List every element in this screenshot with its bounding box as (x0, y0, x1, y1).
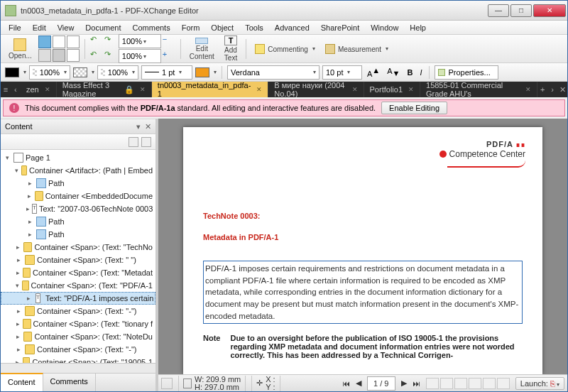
disclosure-icon[interactable]: ▸ (15, 269, 21, 276)
disclosure-icon[interactable]: ▸ (27, 295, 31, 302)
menu-view[interactable]: View (53, 22, 80, 33)
disclosure-icon[interactable]: ▸ (15, 320, 21, 327)
font-select[interactable]: Verdana▾ (227, 65, 320, 80)
properties-button[interactable]: Properties... (435, 65, 498, 80)
content-tree[interactable]: ▾Page 1▾Container <Artifact>: (Path | Em… (1, 150, 155, 363)
zoom-input-1[interactable]: 100%▾ (119, 34, 161, 48)
panel-close-icon[interactable]: ✕ (145, 122, 151, 131)
tabs-scroll-right[interactable]: › (547, 82, 557, 97)
undo-all-icon[interactable]: ↶ (90, 50, 103, 62)
stroke-opacity[interactable]: 100%▾ (29, 65, 70, 80)
redo-all-icon[interactable]: ↷ (104, 50, 117, 62)
last-page-button[interactable]: ⏭ (413, 379, 420, 388)
tree-node[interactable]: ▾Page 1 (1, 151, 155, 164)
zoom-in-icon[interactable]: + (163, 50, 175, 62)
tree-node[interactable]: ▸Container <Span>: (Text: " ") (1, 254, 155, 266)
tree-node[interactable]: ▾Container <Span>: (Text: "PDF/A-1 (1, 279, 155, 292)
snapshot-icon[interactable] (53, 49, 65, 62)
tabs-menu-button[interactable]: ≡ (1, 82, 11, 97)
maximize-button[interactable]: □ (510, 4, 532, 17)
page-canvas[interactable]: PDF/A ∎∎ Competence Center TechNote 0003… (158, 119, 567, 374)
collapse-all-icon[interactable] (141, 137, 151, 147)
disclosure-icon[interactable]: ▾ (4, 154, 11, 161)
sidebar-tab-content[interactable]: Content (1, 373, 43, 391)
layout-two-icon[interactable] (454, 378, 467, 389)
tree-node[interactable]: ▸Path (1, 228, 155, 241)
menu-form[interactable]: Form (177, 22, 205, 33)
menu-help[interactable]: Help (405, 22, 431, 33)
next-page-button[interactable]: ▶ (401, 379, 407, 388)
prev-page-button[interactable]: ◀ (356, 379, 361, 388)
tree-node[interactable]: ▸Container <EmbeddedDocume (1, 190, 155, 202)
tab-close-icon[interactable]: ✕ (352, 86, 358, 93)
select-text-icon[interactable] (67, 36, 80, 48)
grow-font-icon[interactable]: A▲ (365, 66, 382, 78)
tree-node[interactable]: ▸Path (1, 215, 155, 228)
hand-tool-icon[interactable] (53, 36, 65, 48)
menu-window[interactable]: Window (366, 22, 403, 33)
tab-close-icon[interactable]: ✕ (45, 86, 50, 93)
line-width[interactable]: 1 pt▾ (141, 65, 192, 80)
tree-node[interactable]: ▸Container <Span>: (Text: "NoteDu (1, 330, 155, 343)
fit-page-icon[interactable] (483, 378, 496, 389)
disclosure-icon[interactable]: ▸ (26, 205, 30, 212)
enable-editing-button[interactable]: Enable Editing (381, 102, 447, 114)
fit-width-icon[interactable] (497, 378, 510, 389)
layout-cont-icon[interactable] (440, 378, 453, 389)
first-page-button[interactable]: ⏮ (342, 379, 350, 388)
tree-node[interactable]: ▸Container <Span>: (Text: "-") (1, 343, 155, 356)
fill-color-swatch[interactable] (73, 67, 87, 77)
tree-node[interactable]: ▸Container <Span>: (Text: "19005-1 (1, 356, 155, 363)
tree-node[interactable]: ▸Container <Span>: (Text: "Metadat (1, 266, 155, 279)
close-button[interactable]: ✕ (533, 4, 566, 17)
doc-tab[interactable]: 15855-01 Commercial Grade AHU's✕ (420, 82, 537, 97)
tab-close-icon[interactable]: ✕ (408, 86, 414, 93)
save-icon[interactable] (38, 36, 51, 48)
add-text-button[interactable]: T Add Text (221, 37, 241, 61)
undo-icon[interactable]: ↶ (90, 35, 103, 48)
tree-node[interactable]: ▸Path (1, 177, 155, 190)
disclosure-icon[interactable]: ▸ (15, 256, 23, 263)
layout-two-cont-icon[interactable] (469, 378, 481, 389)
tab-close-icon[interactable]: ✕ (256, 86, 262, 93)
new-tab-button[interactable]: + (537, 82, 547, 97)
disclosure-icon[interactable]: ▸ (15, 346, 23, 353)
panel-menu-icon[interactable]: ▾ (136, 122, 141, 131)
zoom-out-icon[interactable]: − (163, 35, 175, 48)
edit-content-button[interactable]: Edit Content (186, 37, 218, 61)
disclosure-icon[interactable]: ▸ (26, 231, 34, 238)
disclosure-icon[interactable]: ▸ (15, 307, 23, 315)
print-icon[interactable] (38, 49, 51, 62)
layout-single-icon[interactable] (426, 378, 439, 389)
menu-advanced[interactable]: Advanced (270, 22, 315, 33)
minimize-button[interactable]: — (488, 4, 509, 17)
disclosure-icon[interactable]: ▸ (15, 244, 21, 251)
tab-close-icon[interactable]: ✕ (525, 86, 531, 93)
measurement-button[interactable]: Measurement▾ (322, 42, 392, 56)
disclosure-icon[interactable]: ▸ (26, 192, 33, 200)
doc-tab[interactable]: tn0003_metadata_in_pdfa-1✕ (152, 82, 269, 97)
italic-icon[interactable]: I (417, 68, 424, 77)
zoom-input-2[interactable]: 100%▾ (119, 49, 161, 63)
commenting-button[interactable]: Commenting▾ (251, 42, 319, 56)
font-size-select[interactable]: 10 pt▾ (322, 65, 362, 80)
fill-opacity[interactable]: 100%▾ (97, 65, 138, 80)
disclosure-icon[interactable]: ▾ (15, 167, 19, 174)
stroke-color-swatch[interactable] (5, 67, 19, 77)
tree-node[interactable]: ▾Container <Artifact>: (Path | Embed (1, 164, 155, 177)
tree-node[interactable]: ▸Container <Span>: (Text: "tionary f (1, 317, 155, 330)
menu-sharepoint[interactable]: SharePoint (316, 22, 364, 33)
open-button[interactable]: Open... (5, 37, 36, 61)
titlebar[interactable]: tn0003_metadata_in_pdfa-1 - PDF-XChange … (1, 1, 567, 21)
disclosure-icon[interactable]: ▸ (26, 180, 34, 187)
bold-icon[interactable]: B (405, 68, 415, 77)
menu-file[interactable]: File (4, 22, 26, 33)
menu-document[interactable]: Document (80, 22, 126, 33)
options-button[interactable] (161, 378, 173, 389)
highlight-color-swatch[interactable] (195, 67, 209, 77)
disclosure-icon[interactable]: ▾ (15, 282, 20, 289)
tree-h-scrollbar[interactable] (1, 363, 155, 373)
tree-node[interactable]: ▸TText: "PDF/A-1 imposes certain (1, 292, 155, 305)
menu-object[interactable]: Object (206, 22, 239, 33)
shrink-font-icon[interactable]: A▼ (385, 67, 402, 77)
